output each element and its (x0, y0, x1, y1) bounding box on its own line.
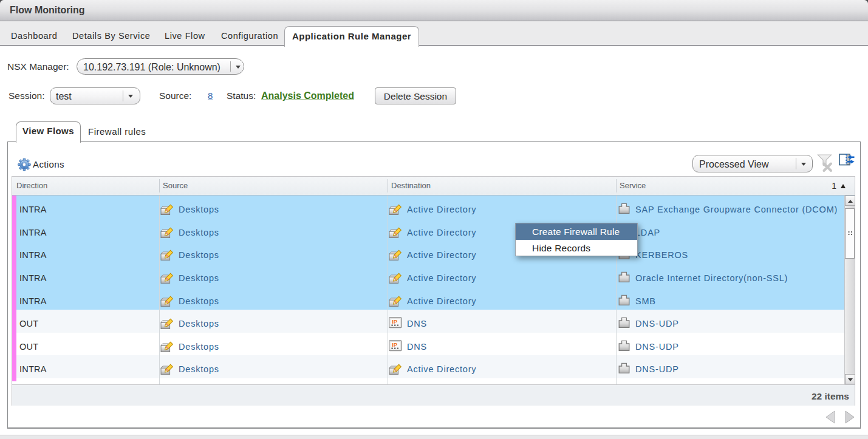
svg-text:IP: IP (392, 341, 398, 348)
svg-text:IP: IP (392, 318, 398, 325)
